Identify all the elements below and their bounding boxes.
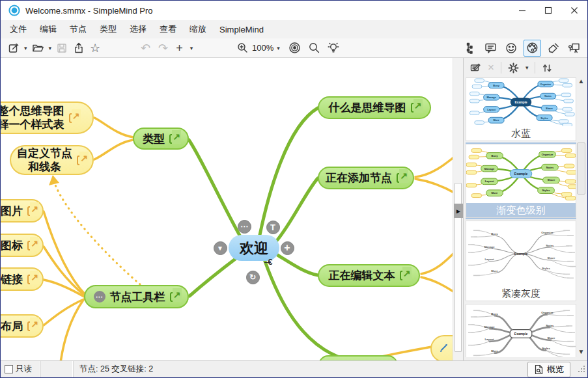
menu-item-2[interactable]: 节点 (63, 21, 93, 38)
map-node-icon[interactable]: 图标 (1, 234, 44, 257)
edit-style-icon[interactable] (469, 60, 483, 75)
menu-item-1[interactable]: 编辑 (33, 21, 63, 38)
outline-view-icon[interactable] (463, 40, 478, 57)
presentation-icon[interactable] (566, 40, 582, 57)
open-link-icon[interactable] (397, 173, 406, 183)
style-card-水蓝[interactable]: BusyManageLayoutMoreOrganizeNotesShareSt… (466, 77, 576, 141)
style-thumbnail-image: BusyManageLayoutMoreOrganizeNotesShareSt… (466, 304, 576, 357)
svg-text:More: More (491, 349, 498, 353)
menu-item-0[interactable]: 文件 (3, 21, 33, 38)
sort-styles-icon[interactable] (540, 60, 554, 75)
minimize-button[interactable] (509, 1, 535, 20)
menu-item-5[interactable]: 查看 (153, 21, 183, 38)
format-painter-icon[interactable] (546, 40, 561, 57)
resize-grip[interactable] (578, 366, 585, 373)
svg-text:Organize: Organize (542, 153, 553, 156)
map-node-link[interactable]: 链接 (1, 267, 44, 291)
map-node-bottom-partial[interactable] (318, 355, 398, 360)
map-node-image[interactable]: 图片 (1, 199, 44, 223)
open-dropdown-caret[interactable]: ▾ (48, 45, 53, 51)
style-thumbnail-list: BusyManageLayoutMoreOrganizeNotesShareSt… (466, 77, 576, 357)
open-link-icon[interactable] (27, 275, 37, 284)
close-button[interactable] (561, 1, 587, 20)
open-link-icon[interactable] (400, 271, 410, 280)
readonly-checkbox[interactable] (5, 365, 13, 373)
node-text-button[interactable]: T (266, 221, 280, 234)
svg-text:Share: Share (547, 336, 555, 340)
svg-text:Layout: Layout (484, 338, 494, 341)
maximize-button[interactable] (535, 1, 561, 20)
node-collapse-button[interactable]: ▼ (214, 241, 227, 255)
map-node-node-toolbar[interactable]: ⋯节点工具栏 (84, 285, 189, 308)
menu-item-4[interactable]: 选择 (123, 21, 153, 38)
canvas-vertical-scrollbar[interactable]: ► (453, 58, 463, 360)
svg-text:Manage: Manage (486, 96, 496, 99)
style-settings-caret[interactable]: ▾ (524, 64, 530, 71)
idea-lightbulb-icon[interactable] (326, 40, 341, 57)
map-node-what-is-mindmap[interactable]: 什么是思维导图 (318, 96, 431, 119)
style-name-label: 水蓝 (466, 126, 576, 141)
scroll-up-arrow[interactable]: ▲ (576, 77, 586, 85)
map-node-type[interactable]: 类型 (133, 128, 189, 150)
node-add-button[interactable]: + (281, 241, 294, 255)
map-node-customize-nodes-lines[interactable]: 自定义节点和线条 (10, 145, 94, 175)
menu-item-3[interactable]: 类型 (93, 21, 123, 38)
svg-text:Example: Example (514, 172, 528, 176)
map-node-choose-stylesheet[interactable]: 为整个思维导图选择一个样式表 (1, 101, 94, 134)
open-link-icon[interactable] (411, 103, 421, 113)
open-link-icon[interactable] (169, 134, 179, 144)
overview-button[interactable]: 概览 (527, 362, 570, 377)
panel-collapse-arrow[interactable]: ► (454, 204, 463, 218)
panel-scrollbar[interactable]: ▲ ▼ (576, 77, 586, 355)
svg-text:Notes: Notes (546, 166, 554, 169)
style-thumbnail-image: BusyManageLayoutMoreOrganizeNotesShareSt… (466, 221, 576, 286)
node-rotate-button[interactable]: ↻ (246, 271, 260, 284)
zoom-in-icon[interactable] (235, 40, 250, 57)
style-thumbnail-image: BusyManageLayoutMoreOrganizeNotesShareSt… (466, 144, 576, 203)
svg-text:Layout: Layout (487, 108, 496, 111)
favorite-star-button[interactable]: ☆ (88, 40, 102, 57)
save-button[interactable] (54, 40, 70, 57)
zoom-caret[interactable]: ▾ (275, 45, 281, 51)
node-more-button[interactable]: ⋯ (238, 220, 251, 234)
mindmap-canvas[interactable]: ► 什么是思维导图正在添加节点正在编辑文本类型⋯节点工具栏为整个思维导图选择一个… (1, 58, 463, 360)
open-link-icon[interactable] (27, 241, 37, 250)
node-label: 链接 (1, 273, 23, 286)
new-mindmap-button[interactable] (6, 40, 21, 57)
undo-button[interactable]: ↶ (139, 40, 152, 57)
map-node-adding-nodes[interactable]: 正在添加节点 (318, 167, 414, 189)
scroll-down-arrow[interactable]: ▼ (576, 348, 586, 355)
add-node-button[interactable]: + (174, 40, 185, 57)
style-card-渐变色级别[interactable]: BusyManageLayoutMoreOrganizeNotesShareSt… (466, 144, 576, 218)
emoji-icon[interactable] (503, 40, 519, 57)
open-link-icon[interactable] (69, 113, 79, 123)
panel-scrollbar-thumb[interactable] (577, 142, 585, 195)
menu-item-6[interactable]: 缩放 (183, 21, 213, 38)
status-empty-segment (41, 361, 74, 377)
open-link-icon[interactable] (27, 206, 37, 216)
share-button[interactable] (71, 40, 87, 57)
style-card-紧凑灰度[interactable]: BusyManageLayoutMoreOrganizeNotesShareSt… (466, 221, 576, 301)
delete-style-icon[interactable]: × (486, 60, 496, 75)
open-link-icon[interactable] (77, 155, 87, 165)
open-link-icon[interactable] (27, 321, 37, 331)
style-settings-gear-icon[interactable] (507, 60, 520, 75)
node-label: 节点工具栏 (110, 290, 165, 304)
map-node-editing-text[interactable]: 正在编辑文本 (318, 264, 420, 287)
style-card-gray_soft[interactable]: BusyManageLayoutMoreOrganizeNotesShareSt… (466, 304, 576, 357)
open-button[interactable] (30, 40, 46, 57)
center-map-icon[interactable] (287, 40, 303, 57)
search-icon[interactable] (307, 40, 322, 57)
open-link-icon[interactable] (170, 292, 180, 302)
notes-icon[interactable] (483, 40, 499, 57)
map-node-layout[interactable]: 布局 (1, 314, 44, 338)
new-dropdown-caret[interactable]: ▾ (23, 45, 29, 51)
zoom-level[interactable]: 100% (251, 43, 274, 53)
svg-text:Example: Example (514, 332, 528, 336)
svg-text:Busy: Busy (491, 232, 498, 236)
menu-item-7[interactable]: SimpleMind (213, 22, 270, 37)
add-node-caret[interactable]: ▾ (189, 45, 195, 51)
style-palette-icon[interactable] (524, 40, 541, 57)
redo-button[interactable]: ↷ (156, 40, 170, 57)
svg-text:More: More (493, 118, 499, 122)
